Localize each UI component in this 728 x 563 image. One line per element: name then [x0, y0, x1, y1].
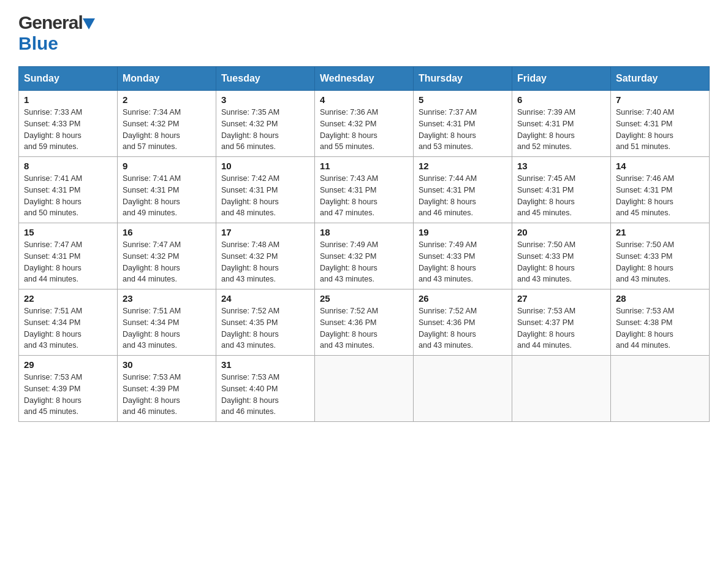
calendar-week-row: 22Sunrise: 7:51 AMSunset: 4:34 PMDayligh… — [19, 289, 710, 356]
weekday-header-friday: Friday — [512, 67, 611, 91]
day-info: Sunrise: 7:48 AMSunset: 4:32 PMDaylight:… — [221, 239, 309, 285]
day-number: 17 — [221, 227, 309, 237]
day-number: 26 — [419, 293, 507, 304]
day-number: 22 — [24, 293, 112, 304]
day-info: Sunrise: 7:50 AMSunset: 4:33 PMDaylight:… — [517, 239, 605, 285]
calendar-day-cell: 11Sunrise: 7:43 AMSunset: 4:31 PMDayligh… — [315, 157, 414, 223]
calendar-week-row: 1Sunrise: 7:33 AMSunset: 4:33 PMDaylight… — [19, 91, 710, 157]
calendar-day-cell: 1Sunrise: 7:33 AMSunset: 4:33 PMDaylight… — [19, 91, 118, 157]
day-info: Sunrise: 7:34 AMSunset: 4:32 PMDaylight:… — [123, 107, 211, 153]
calendar-day-cell: 14Sunrise: 7:46 AMSunset: 4:31 PMDayligh… — [611, 157, 710, 223]
day-info: Sunrise: 7:47 AMSunset: 4:31 PMDaylight:… — [24, 239, 112, 285]
day-info: Sunrise: 7:52 AMSunset: 4:36 PMDaylight:… — [320, 305, 408, 351]
weekday-header-monday: Monday — [118, 67, 216, 91]
day-number: 6 — [517, 94, 605, 105]
day-number: 10 — [221, 161, 309, 171]
calendar-day-cell: 2Sunrise: 7:34 AMSunset: 4:32 PMDaylight… — [118, 91, 216, 157]
page-header: General Blue — [18, 12, 710, 54]
calendar-day-cell: 28Sunrise: 7:53 AMSunset: 4:38 PMDayligh… — [611, 289, 710, 356]
day-info: Sunrise: 7:53 AMSunset: 4:37 PMDaylight:… — [517, 305, 605, 351]
logo-blue: Blue — [18, 33, 58, 53]
calendar-day-cell: 26Sunrise: 7:52 AMSunset: 4:36 PMDayligh… — [414, 289, 512, 356]
calendar-day-cell: 20Sunrise: 7:50 AMSunset: 4:33 PMDayligh… — [512, 223, 611, 289]
day-info: Sunrise: 7:39 AMSunset: 4:31 PMDaylight:… — [517, 107, 605, 153]
day-number: 4 — [320, 94, 408, 105]
day-number: 1 — [24, 94, 112, 105]
calendar-day-cell: 25Sunrise: 7:52 AMSunset: 4:36 PMDayligh… — [315, 289, 414, 356]
calendar-day-cell: 3Sunrise: 7:35 AMSunset: 4:32 PMDaylight… — [216, 91, 315, 157]
day-number: 3 — [221, 94, 309, 105]
day-info: Sunrise: 7:33 AMSunset: 4:33 PMDaylight:… — [24, 107, 112, 153]
calendar-day-cell: 17Sunrise: 7:48 AMSunset: 4:32 PMDayligh… — [216, 223, 315, 289]
day-info: Sunrise: 7:41 AMSunset: 4:31 PMDaylight:… — [123, 173, 211, 219]
calendar-week-row: 29Sunrise: 7:53 AMSunset: 4:39 PMDayligh… — [19, 356, 710, 422]
svg-marker-0 — [83, 18, 95, 29]
day-number: 30 — [123, 359, 211, 370]
day-number: 8 — [24, 161, 112, 171]
calendar-header: SundayMondayTuesdayWednesdayThursdayFrid… — [19, 67, 710, 91]
day-info: Sunrise: 7:45 AMSunset: 4:31 PMDaylight:… — [517, 173, 605, 219]
calendar-day-cell: 19Sunrise: 7:49 AMSunset: 4:33 PMDayligh… — [414, 223, 512, 289]
weekday-row: SundayMondayTuesdayWednesdayThursdayFrid… — [19, 67, 710, 91]
day-info: Sunrise: 7:35 AMSunset: 4:32 PMDaylight:… — [221, 107, 309, 153]
calendar-body: 1Sunrise: 7:33 AMSunset: 4:33 PMDaylight… — [19, 91, 710, 422]
day-number: 23 — [123, 293, 211, 304]
day-number: 27 — [517, 293, 605, 304]
day-number: 28 — [616, 293, 704, 304]
calendar-day-cell: 23Sunrise: 7:51 AMSunset: 4:34 PMDayligh… — [118, 289, 216, 356]
day-number: 21 — [616, 227, 704, 237]
day-number: 18 — [320, 227, 408, 237]
calendar-day-cell: 15Sunrise: 7:47 AMSunset: 4:31 PMDayligh… — [19, 223, 118, 289]
day-info: Sunrise: 7:51 AMSunset: 4:34 PMDaylight:… — [123, 305, 211, 351]
day-number: 13 — [517, 161, 605, 171]
day-number: 2 — [123, 94, 211, 105]
calendar-table: SundayMondayTuesdayWednesdayThursdayFrid… — [18, 66, 710, 422]
day-info: Sunrise: 7:49 AMSunset: 4:33 PMDaylight:… — [419, 239, 507, 285]
weekday-header-tuesday: Tuesday — [216, 67, 315, 91]
calendar-day-cell — [414, 356, 512, 422]
day-number: 25 — [320, 293, 408, 304]
day-info: Sunrise: 7:41 AMSunset: 4:31 PMDaylight:… — [24, 173, 112, 219]
calendar-day-cell: 21Sunrise: 7:50 AMSunset: 4:33 PMDayligh… — [611, 223, 710, 289]
calendar-day-cell: 6Sunrise: 7:39 AMSunset: 4:31 PMDaylight… — [512, 91, 611, 157]
day-number: 9 — [123, 161, 211, 171]
day-info: Sunrise: 7:46 AMSunset: 4:31 PMDaylight:… — [616, 173, 704, 219]
calendar-day-cell: 10Sunrise: 7:42 AMSunset: 4:31 PMDayligh… — [216, 157, 315, 223]
calendar-week-row: 15Sunrise: 7:47 AMSunset: 4:31 PMDayligh… — [19, 223, 710, 289]
calendar-day-cell: 8Sunrise: 7:41 AMSunset: 4:31 PMDaylight… — [19, 157, 118, 223]
logo-general: General — [18, 12, 83, 33]
day-number: 20 — [517, 227, 605, 237]
calendar-day-cell: 16Sunrise: 7:47 AMSunset: 4:32 PMDayligh… — [118, 223, 216, 289]
day-number: 12 — [419, 161, 507, 171]
day-info: Sunrise: 7:50 AMSunset: 4:33 PMDaylight:… — [616, 239, 704, 285]
day-number: 15 — [24, 227, 112, 237]
calendar-day-cell: 24Sunrise: 7:52 AMSunset: 4:35 PMDayligh… — [216, 289, 315, 356]
day-info: Sunrise: 7:53 AMSunset: 4:38 PMDaylight:… — [616, 305, 704, 351]
day-number: 16 — [123, 227, 211, 237]
calendar-week-row: 8Sunrise: 7:41 AMSunset: 4:31 PMDaylight… — [19, 157, 710, 223]
day-info: Sunrise: 7:44 AMSunset: 4:31 PMDaylight:… — [419, 173, 507, 219]
weekday-header-saturday: Saturday — [611, 67, 710, 91]
calendar-day-cell: 30Sunrise: 7:53 AMSunset: 4:39 PMDayligh… — [118, 356, 216, 422]
day-info: Sunrise: 7:53 AMSunset: 4:39 PMDaylight:… — [24, 372, 112, 418]
calendar-day-cell — [611, 356, 710, 422]
day-number: 31 — [221, 359, 309, 370]
day-number: 11 — [320, 161, 408, 171]
calendar-day-cell: 13Sunrise: 7:45 AMSunset: 4:31 PMDayligh… — [512, 157, 611, 223]
day-info: Sunrise: 7:51 AMSunset: 4:34 PMDaylight:… — [24, 305, 112, 351]
day-number: 5 — [419, 94, 507, 105]
weekday-header-thursday: Thursday — [414, 67, 512, 91]
day-info: Sunrise: 7:52 AMSunset: 4:36 PMDaylight:… — [419, 305, 507, 351]
calendar-day-cell: 27Sunrise: 7:53 AMSunset: 4:37 PMDayligh… — [512, 289, 611, 356]
day-info: Sunrise: 7:37 AMSunset: 4:31 PMDaylight:… — [419, 107, 507, 153]
weekday-header-sunday: Sunday — [19, 67, 118, 91]
day-info: Sunrise: 7:53 AMSunset: 4:39 PMDaylight:… — [123, 372, 211, 418]
day-number: 29 — [24, 359, 112, 370]
weekday-header-wednesday: Wednesday — [315, 67, 414, 91]
calendar-day-cell: 5Sunrise: 7:37 AMSunset: 4:31 PMDaylight… — [414, 91, 512, 157]
calendar-day-cell: 4Sunrise: 7:36 AMSunset: 4:32 PMDaylight… — [315, 91, 414, 157]
calendar-day-cell: 29Sunrise: 7:53 AMSunset: 4:39 PMDayligh… — [19, 356, 118, 422]
day-number: 14 — [616, 161, 704, 171]
day-number: 19 — [419, 227, 507, 237]
calendar-day-cell — [512, 356, 611, 422]
